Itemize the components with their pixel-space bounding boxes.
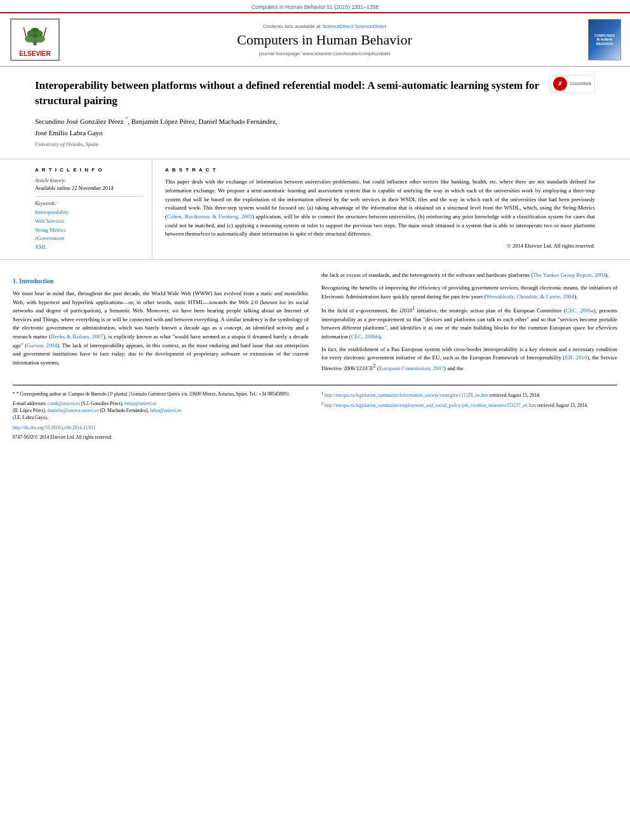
footnotes-divider — [13, 385, 617, 385]
article-info-label: A R T I C L E I N F O — [35, 167, 142, 173]
top-citation-bar: Computers in Human Behavior 51 (2015) 13… — [0, 0, 630, 12]
body-col-right: the lack or excess of standards, and the… — [321, 271, 617, 377]
history-label: Article history: — [35, 178, 142, 183]
crossmark-badge[interactable]: ✗ CrossMark — [549, 75, 595, 93]
authors-text-2: José Emilio Labra Gayo — [35, 129, 103, 137]
article-info-column: A R T I C L E I N F O Article history: A… — [13, 159, 152, 259]
email-footnote: E-mail addresses: cundi@uniovi.es (S.J. … — [13, 400, 309, 422]
email-danielm[interactable]: danielm@innova.uniovi.es — [48, 408, 99, 413]
intro-para-2: the lack or excess of standards, and the… — [321, 271, 617, 280]
contents-available-line: Contents lists available at ScienceDirec… — [263, 23, 386, 29]
crossmark-icon: ✗ — [553, 77, 567, 91]
affiliation: University of Oviedo, Spain — [35, 141, 595, 147]
intro-para-4: In the field of e-government, the i20101… — [321, 305, 617, 341]
body-content: 1. Introduction We must bear in mind tha… — [0, 271, 630, 377]
doi-line: http://dx.doi.org/10.1016/j.chb.2014.11.… — [13, 424, 309, 431]
elsevier-tree-icon — [19, 22, 51, 48]
email-labra-name: (J.E. Labra Gayo). — [13, 415, 48, 420]
svg-rect-8 — [43, 27, 46, 37]
journal-header: ELSEVIER Contents lists available at Sci… — [0, 12, 630, 67]
cec2006b-link[interactable]: CEC, 2006b — [351, 333, 379, 340]
fn2-url[interactable]: http://europa.eu/legislation_summaries/e… — [325, 403, 536, 408]
fn2-sup: 2 — [321, 401, 323, 405]
fn1-retrieved: retrieved August 15, 2014. — [490, 392, 540, 397]
authors-line: Secundino José González Pérez *, Benjamí… — [35, 116, 595, 139]
fn2-retrieved: retrieved August 15, 2014. — [537, 403, 588, 408]
citation-text: Computers in Human Behavior 51 (2015) 13… — [251, 4, 379, 10]
elsevier-brand-name: ELSEVIER — [14, 50, 56, 57]
intro-para-5: In fact, the establishment of a Pan Euro… — [321, 345, 617, 373]
svg-rect-7 — [23, 27, 26, 37]
intro-para-1: We must bear in mind that, throughout th… — [13, 290, 309, 368]
contents-label: Contents lists available at — [263, 23, 321, 29]
elsevier-logo: ELSEVIER — [6, 18, 64, 61]
keywords-label: Keywords: — [35, 201, 142, 206]
footnote-2: 2 http://europa.eu/legislation_summaries… — [321, 401, 617, 409]
email-benja[interactable]: benja@uniovi.es — [124, 401, 156, 406]
issn-text: 0747-5632/© 2014 Elsevier Ltd. All right… — [13, 434, 112, 440]
keyword-3[interactable]: String Metrics — [35, 226, 142, 235]
weerakkody-link[interactable]: Weerakkody, Choudrie, & Currie, 2004 — [486, 293, 574, 300]
article-info-abstract-section: A R T I C L E I N F O Article history: A… — [0, 159, 630, 260]
info-divider — [35, 196, 142, 197]
ec2007-link[interactable]: European Commission, 2007 — [379, 365, 444, 371]
fn1-url[interactable]: http://europa.eu/legislation_summaries/i… — [325, 392, 488, 397]
cec2006a-link[interactable]: CEC, 2006a — [566, 307, 594, 314]
authors-text: Secundino José González Pérez *, Benjamí… — [35, 117, 278, 125]
issn-line: 0747-5632/© 2014 Elsevier Ltd. All right… — [13, 434, 309, 441]
journal-title: Computers in Human Behavior — [237, 32, 412, 48]
email-labra[interactable]: labra@uniovi.es — [150, 408, 181, 413]
abstract-copyright: © 2014 Elsevier Ltd. All rights reserved… — [165, 243, 595, 249]
introduction-heading: 1. Introduction — [13, 276, 309, 286]
article-title-section: Interoperability between platforms witho… — [0, 67, 630, 159]
footnotes-col-left: * * Corresponding author at: Campus de B… — [13, 390, 309, 444]
footnote-1: 1 http://europa.eu/legislation_summaries… — [321, 390, 617, 399]
eif-link[interactable]: EIF, 2010 — [565, 354, 587, 361]
crossmark-label: CrossMark — [570, 81, 591, 86]
keyword-2[interactable]: Web Services — [35, 217, 142, 226]
doi-link[interactable]: http://dx.doi.org/10.1016/j.chb.2014.11.… — [13, 425, 96, 430]
fn1-sup: 1 — [321, 391, 323, 395]
abstract-text: This paper deals with the exchange of in… — [165, 178, 595, 238]
garson-link[interactable]: Garson, 2004 — [27, 342, 57, 349]
heeks-link[interactable]: Heeks & Bailura, 2007 — [51, 333, 104, 340]
page-wrapper: Computers in Human Behavior 51 (2015) 13… — [0, 0, 630, 443]
email-cundi[interactable]: cundi@uniovi.es — [48, 401, 80, 406]
abstract-ref-link[interactable]: Cohen, Ravikumar, & Fienberg, 2003 — [167, 213, 252, 220]
journal-header-center: Contents lists available at ScienceDirec… — [70, 18, 579, 61]
corresponding-footnote: * * Corresponding author at: Campus de B… — [13, 390, 309, 397]
logo-box: ELSEVIER — [10, 18, 60, 61]
email-label: E-mail addresses: — [13, 401, 46, 406]
abstract-label: A B S T R A C T — [165, 167, 595, 173]
corresponding-text: * Corresponding author at: Campus de Bar… — [17, 391, 290, 397]
email-lopez: (B. López Pérez), — [13, 408, 48, 413]
abstract-column: A B S T R A C T This paper deals with th… — [152, 159, 617, 259]
svg-point-6 — [36, 30, 43, 37]
body-col-left: 1. Introduction We must bear in mind tha… — [13, 271, 309, 377]
email-gonzalez: (S.J. González Pérez), — [81, 401, 124, 406]
footnotes-section: * * Corresponding author at: Campus de B… — [0, 390, 630, 444]
keyword-4[interactable]: eGovernment — [35, 234, 142, 243]
yankee-link[interactable]: The Yankee Group Report, 2003 — [533, 272, 605, 278]
journal-cover-text: COMPUTERSIN HUMANBEHAVIOR — [594, 34, 615, 46]
footnotes-col-right: 1 http://europa.eu/legislation_summaries… — [321, 390, 617, 444]
keyword-5[interactable]: XML — [35, 243, 142, 252]
intro-para-3: Recognizing the benefits of improving th… — [321, 284, 617, 301]
email-machado: (D. Machado Fernández), — [100, 408, 150, 413]
article-title: Interoperability between platforms witho… — [35, 78, 543, 109]
keyword-1[interactable]: Interoperability — [35, 208, 142, 217]
journal-thumbnail: COMPUTERSIN HUMANBEHAVIOR — [586, 18, 624, 61]
journal-homepage: journal homepage: www.elsevier.com/locat… — [259, 51, 390, 57]
history-value: Available online 22 November 2014 — [35, 185, 142, 191]
journal-cover-image: COMPUTERSIN HUMANBEHAVIOR — [588, 19, 621, 60]
sciencedirect-link[interactable]: ScienceDirect — [322, 23, 353, 29]
svg-point-5 — [27, 30, 35, 37]
sciencedirect-link-text[interactable]: ScienceDirect — [355, 23, 386, 29]
